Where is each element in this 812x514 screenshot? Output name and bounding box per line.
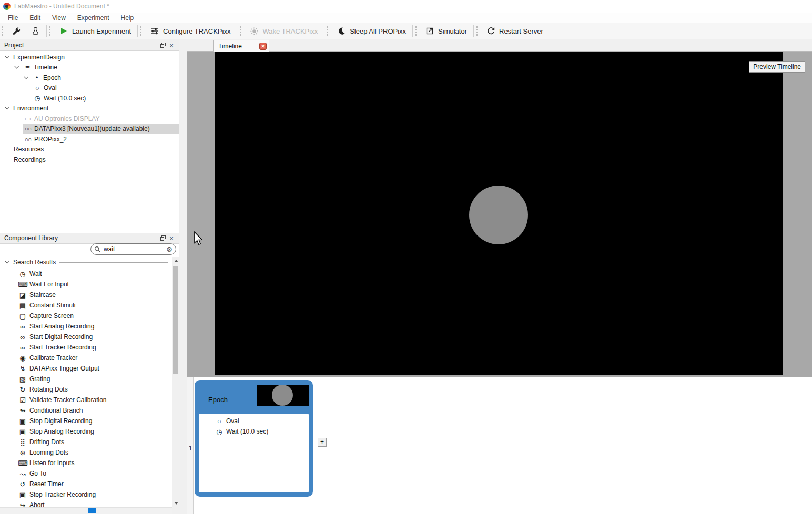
tab-timeline[interactable]: Timeline ✕ [213,40,269,52]
sun-icon [249,26,259,36]
component-start-digital-recording[interactable]: ∞Start Digital Recording [0,332,172,342]
close-panel-icon[interactable]: × [167,234,176,242]
component-go-to[interactable]: ↝Go To [0,468,172,479]
scroll-up-icon[interactable] [172,257,179,265]
play-icon [59,26,68,36]
tree-item-label: Epoch [43,74,61,81]
tab-strip [187,40,812,52]
component-label: Stop Tracker Recording [29,491,96,498]
tab-label: Timeline [218,43,259,50]
toolbar-separator [473,25,474,37]
tree-item-environment[interactable]: Environment [0,104,179,114]
epoch-thumbnail [257,385,309,406]
component-stop-digital-recording[interactable]: ▣Stop Digital Recording [0,416,172,426]
component-datapixx-trigger-output[interactable]: ↯DATAPixx Trigger Output [0,363,172,374]
stimulus-preview-area: Preview Timeline [187,52,812,377]
tree-item-recordings[interactable]: Recordings [0,155,179,165]
tree-item-experimentdesign[interactable]: ExperimentDesign [0,52,179,63]
clear-search-icon[interactable]: ⊗ [166,245,172,253]
search-input[interactable] [104,245,166,253]
scrollbar-thumb[interactable] [173,266,178,374]
component-start-tracker-recording[interactable]: ∞Start Tracker Recording [0,342,172,353]
vertical-scrollbar[interactable] [172,257,179,507]
moon-icon [337,26,346,36]
component-grating[interactable]: ▧Grating [0,374,172,384]
tree-item-epoch[interactable]: •Epoch [0,73,179,83]
component-conditional-branch[interactable]: ↬Conditional Branch [0,405,172,416]
tree-item-label: Environment [13,105,48,112]
tree-item-datapixx3-nouveau1-update-available[interactable]: ∩∩DATAPixx3 [Nouveau1](update available) [0,124,179,135]
configure-trackpixx-button[interactable]: Configure TRACKPixx [145,24,235,38]
component-validate-tracker-calibration[interactable]: ☑Validate Tracker Calibration [0,395,172,405]
preview-timeline-button[interactable]: Preview Timeline [749,61,805,73]
component-library-header: Component Library × [0,233,179,244]
add-epoch-button[interactable]: + [318,438,327,447]
chevron-down-icon[interactable] [5,105,9,109]
component-listen-for-inputs[interactable]: ⌨Listen for Inputs [0,458,172,468]
toolbar-button-label: Wake TRACKPixx [262,27,318,35]
float-panel-icon[interactable] [159,41,167,49]
menu-help[interactable]: Help [115,13,140,23]
chevron-down-icon[interactable] [5,54,9,58]
component-start-analog-recording[interactable]: ∞Start Analog Recording [0,321,172,332]
search-results-section-header[interactable]: Search Results [0,258,170,266]
component-stop-analog-recording[interactable]: ▣Stop Analog Recording [0,426,172,437]
component-label: Start Digital Recording [29,333,93,341]
toolbar-drag-handle[interactable] [327,26,330,36]
tree-item-label: PROPixx_2 [34,136,67,143]
row-number: 1 [187,445,194,452]
scrollbar-thumb[interactable] [88,508,96,513]
toolbar-separator [137,25,138,37]
chevron-down-icon[interactable] [24,75,28,79]
tools-button[interactable] [7,24,26,38]
component-wait[interactable]: ◷Wait [0,269,172,279]
monitor-icon: ▭ [23,115,33,122]
toolbar-separator [46,25,47,37]
toolbar-drag-handle[interactable] [2,26,5,36]
horizontal-scrollbar[interactable] [0,507,172,514]
menu-edit[interactable]: Edit [24,13,46,23]
close-panel-icon[interactable]: × [167,41,176,49]
epoch-item-oval[interactable]: ○Oval [199,416,309,426]
toolbar-drag-handle[interactable] [140,26,143,36]
component-reset-timer[interactable]: ↺Reset Timer [0,479,172,489]
tree-item-timeline[interactable]: •••Timeline [0,63,179,73]
toolbar-drag-handle[interactable] [49,26,52,36]
tree-item-au-optronics-display[interactable]: ▭AU Optronics DISPLAY [0,114,179,124]
sleep-all-propixx-button[interactable]: Sleep All PROPixx [332,24,411,38]
tree-item-oval[interactable]: ○Oval [0,83,179,94]
tree-item-propixx-2[interactable]: ∩∩PROPixx_2 [0,134,179,145]
menu-file[interactable]: File [2,13,24,23]
component-wait-for-input[interactable]: ⌨Wait For Input [0,279,172,290]
chevron-down-icon[interactable] [14,64,18,68]
component-rotating-dots[interactable]: ↻Rotating Dots [0,384,172,395]
experiment-lab-button[interactable] [26,24,45,38]
preview-canvas [215,52,783,375]
simulator-button[interactable]: Simulator [420,24,472,38]
menu-view[interactable]: View [46,13,72,23]
epoch-block[interactable]: Epoch ○Oval◷Wait (10.0 sec) [195,380,313,497]
component-calibrate-tracker[interactable]: ◉Calibrate Tracker [0,353,172,363]
launch-experiment-button[interactable]: Launch Experiment [54,24,136,38]
component-looming-dots[interactable]: ⊛Looming Dots [0,447,172,458]
checklist-icon: ☑ [18,397,27,404]
restart-server-button[interactable]: Restart Server [481,24,548,38]
eye-icon: ◉ [18,355,27,362]
component-drifting-dots[interactable]: ⣿Drifting Dots [0,437,172,447]
tree-item-wait-10-0-sec[interactable]: ◷Wait (10.0 sec) [0,93,179,104]
float-panel-icon[interactable] [159,234,167,242]
menu-experiment[interactable]: Experiment [72,13,115,23]
close-tab-icon[interactable]: ✕ [259,43,267,50]
toolbar-drag-handle[interactable] [476,26,479,36]
scroll-down-icon[interactable] [172,499,179,507]
toolbar-drag-handle[interactable] [415,26,418,36]
epoch-item-wait-10-0-sec[interactable]: ◷Wait (10.0 sec) [199,426,309,437]
component-capture-screen[interactable]: ▢Capture Screen [0,311,172,321]
component-constant-stimuli[interactable]: ▤Constant Stimuli [0,300,172,311]
component-stop-tracker-recording[interactable]: ▣Stop Tracker Recording [0,489,172,500]
wake-trackpixx-button[interactable]: Wake TRACKPixx [245,24,322,38]
component-staircase[interactable]: ◪Staircase [0,290,172,300]
toolbar-drag-handle[interactable] [240,26,242,36]
tree-item-resources[interactable]: Resources [0,145,179,155]
component-abort[interactable]: ↪Abort [0,500,172,507]
